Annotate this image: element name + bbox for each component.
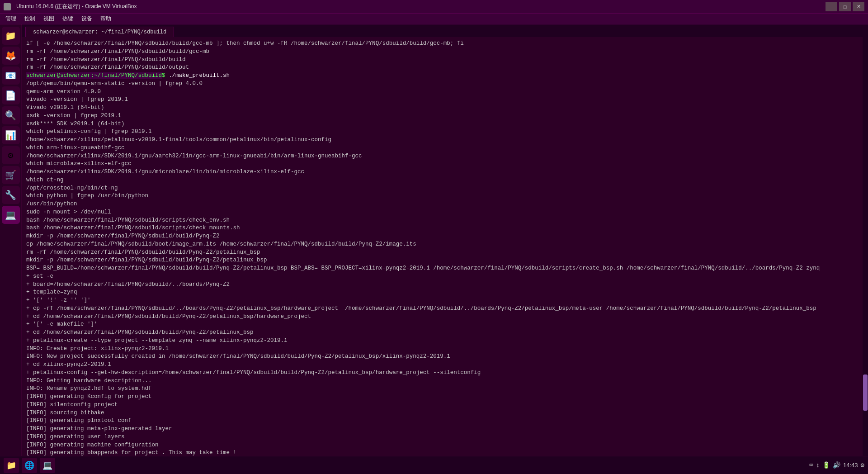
volume-tray-icon[interactable]: 🔊	[833, 461, 840, 469]
terminal-line: [INFO] generating bbappends for project …	[26, 449, 858, 456]
tab-bar: schwarzer@schwarzer: ~/final/PYNQ/sdbuil…	[22, 24, 868, 37]
menu-item-视图[interactable]: 视图	[40, 14, 58, 24]
terminal-line: + cd /home/schwarzer/final/PYNQ/sdbuild/…	[26, 313, 858, 321]
statusbar-left: 📁🌐💻	[4, 458, 55, 473]
search-icon[interactable]: 🔍	[2, 106, 20, 124]
menu-item-热键[interactable]: 热键	[59, 14, 77, 24]
terminal-line: [INFO] generating machine configuration	[26, 441, 858, 450]
titlebar-left: Ubuntu 16.04.6 (正在运行) - Oracle VM Virtua…	[4, 3, 137, 10]
terminal-line: bash /home/schwarzer/final/PYNQ/sdbuild/…	[26, 224, 858, 232]
menu-item-控制[interactable]: 控制	[21, 14, 39, 24]
terminal-line: [INFO] generating Kconfig for project	[26, 393, 858, 401]
files-icon[interactable]: 📁	[2, 27, 20, 45]
terminal-line: [INFO] generating meta-plnx-generated la…	[26, 425, 858, 433]
terminal-line: /usr/bin/python	[26, 200, 858, 209]
terminal-line: if [ -e /home/schwarzer/final/PYNQ/sdbui…	[26, 40, 858, 48]
terminal-line: INFO: Create project: xilinx-pynqz2-2019…	[26, 345, 858, 353]
terminal-line: + '[' -e makefile ']'	[26, 321, 858, 329]
close-button[interactable]: ✕	[853, 2, 864, 11]
terminal-line: + petalinux-config --get-hw-description=…	[26, 369, 858, 377]
terminal-line: xsdk -version | fgrep 2019.1	[26, 112, 858, 120]
terminal-line: [INFO] generating plnxtool conf	[26, 417, 858, 425]
virtualbox-icon	[4, 3, 11, 10]
terminal-line: cp /home/schwarzer/final/PYNQ/sdbuild/bo…	[26, 241, 858, 249]
terminal-line: rm -rf /home/schwarzer/final/PYNQ/sdbuil…	[26, 56, 858, 64]
terminal-line: which python | fgrep /usr/bin/python	[26, 192, 858, 200]
terminal-line: which microblaze-xilinx-elf-gcc	[26, 160, 858, 168]
terminal-line: /home/schwarzer/xilinx/petalinux-v2019.1…	[26, 136, 858, 144]
terminal-line: [INFO] generating user layers	[26, 433, 858, 441]
terminal-line: + cd /home/schwarzer/final/PYNQ/sdbuild/…	[26, 329, 858, 337]
terminal-line: vivado -version | fgrep 2019.1	[26, 96, 858, 104]
maximize-button[interactable]: □	[839, 2, 851, 11]
terminal-line: rm -rf /home/schwarzer/final/PYNQ/sdbuil…	[26, 48, 858, 56]
documents-icon[interactable]: 📄	[2, 86, 20, 104]
terminal-line: mkdir -p /home/schwarzer/final/PYNQ/sdbu…	[26, 256, 858, 265]
terminal-line: + set -e	[26, 273, 858, 281]
terminal-line: sudo -n mount > /dev/null	[26, 209, 858, 217]
titlebar: Ubuntu 16.04.6 (正在运行) - Oracle VM Virtua…	[0, 0, 868, 14]
terminal-line: which petalinux-config | fgrep 2019.1	[26, 128, 858, 136]
terminal-line: qemu-arm version 4.0.0	[26, 88, 858, 96]
terminal-line: [INFO] silentconfig project	[26, 401, 858, 409]
taskbar-terminal-active[interactable]: 💻	[40, 458, 55, 473]
terminal-line: + cd xilinx-pynqz2-2019.1	[26, 361, 858, 369]
minimize-button[interactable]: ─	[826, 2, 837, 11]
terminal-line: + '[' '!' -z '' ']'	[26, 297, 858, 305]
window-title: Ubuntu 16.04.6 (正在运行) - Oracle VM Virtua…	[16, 3, 137, 10]
email-icon[interactable]: 📧	[2, 66, 20, 85]
statusbar-right: ⌨ ↕ 🔋 🔊 14:43 ⚙	[809, 461, 864, 469]
menubar: 管理控制视图热键设备帮助	[0, 14, 868, 24]
terminal-line: + cp -rf /home/schwarzer/final/PYNQ/sdbu…	[26, 305, 858, 313]
terminal-container: schwarzer@schwarzer: ~/final/PYNQ/sdbuil…	[22, 24, 868, 456]
battery-tray-icon[interactable]: 🔋	[822, 461, 830, 469]
scrollbar-thumb[interactable]	[863, 374, 868, 411]
main-layout: 📁🦊📧📄🔍📊⚙🛒🔧💻 schwarzer@schwarzer: ~/final/…	[0, 24, 868, 456]
terminal-line: xsdk**** SDK v2019.1 (64-bit)	[26, 120, 858, 128]
scrollbar[interactable]	[863, 37, 868, 456]
keyboard-tray-icon[interactable]: ⌨	[809, 461, 813, 469]
taskbar-browser[interactable]: 🌐	[22, 458, 37, 473]
menu-item-设备[interactable]: 设备	[78, 14, 96, 24]
clock: 14:43	[843, 462, 858, 469]
settings-tray-icon[interactable]: ⚙	[861, 461, 864, 469]
calc-icon[interactable]: 📊	[2, 126, 20, 144]
terminal-line: + template=zynq	[26, 289, 858, 297]
terminal-line: /home/schwarzer/xilinx/SDK/2019.1/gnu/aa…	[26, 152, 858, 161]
window-controls: ─ □ ✕	[826, 2, 864, 11]
terminal-line: INFO: Rename pynqz2.hdf to system.hdf	[26, 385, 858, 393]
statusbar: 📁🌐💻 ⌨ ↕ 🔋 🔊 14:43 ⚙	[0, 456, 868, 474]
menu-item-管理[interactable]: 管理	[2, 14, 20, 24]
terminal-line: which arm-linux-gnueabihf-gcc	[26, 144, 858, 152]
terminal-output[interactable]: if [ -e /home/schwarzer/final/PYNQ/sdbui…	[22, 37, 863, 456]
terminal-tab[interactable]: schwarzer@schwarzer: ~/final/PYNQ/sdbuil…	[25, 27, 174, 37]
menu-item-帮助[interactable]: 帮助	[97, 14, 115, 24]
tools-icon[interactable]: 🔧	[2, 186, 20, 204]
terminal-line: [INFO] sourcing bitbake	[26, 409, 858, 417]
terminal-line: /home/schwarzer/xilinx/SDK/2019.1/gnu/mi…	[26, 168, 858, 176]
terminal-line: which ct-ng	[26, 176, 858, 185]
terminal-line: BSP= BSP_BUILD=/home/schwarzer/final/PYN…	[26, 265, 858, 273]
terminal-line: schwarzer@schwarzer:~/final/PYNQ/sdbuild…	[26, 72, 858, 80]
amazon-icon[interactable]: 🛒	[2, 166, 20, 184]
terminal-line: INFO: Getting hardware description...	[26, 377, 858, 385]
terminal-line: rm -rf /home/schwarzer/final/PYNQ/sdbuil…	[26, 249, 858, 257]
network-tray-icon[interactable]: ↕	[816, 462, 820, 469]
terminal-line: bash /home/schwarzer/final/PYNQ/sdbuild/…	[26, 217, 858, 225]
terminal-line: /opt/crosstool-ng/bin/ct-ng	[26, 185, 858, 193]
terminal-line: INFO: New project successfully created i…	[26, 353, 858, 361]
settings-icon[interactable]: ⚙	[2, 146, 20, 164]
terminal-line: + petalinux-create --type project --temp…	[26, 337, 858, 345]
terminal-line: mkdir -p /home/schwarzer/final/PYNQ/sdbu…	[26, 232, 858, 241]
firefox-icon[interactable]: 🦊	[2, 47, 20, 65]
terminal-line: Vivado v2019.1 (64-bit)	[26, 104, 858, 112]
sidebar: 📁🦊📧📄🔍📊⚙🛒🔧💻	[0, 24, 22, 456]
terminal-line: rm -rf /home/schwarzer/final/PYNQ/sdbuil…	[26, 64, 858, 72]
terminal-icon[interactable]: 💻	[2, 206, 20, 224]
terminal-line: /opt/qemu/bin/qemu-arm-static -version |…	[26, 80, 858, 88]
taskbar-files[interactable]: 📁	[4, 458, 19, 473]
terminal-line: + board=/home/schwarzer/final/PYNQ/sdbui…	[26, 281, 858, 289]
